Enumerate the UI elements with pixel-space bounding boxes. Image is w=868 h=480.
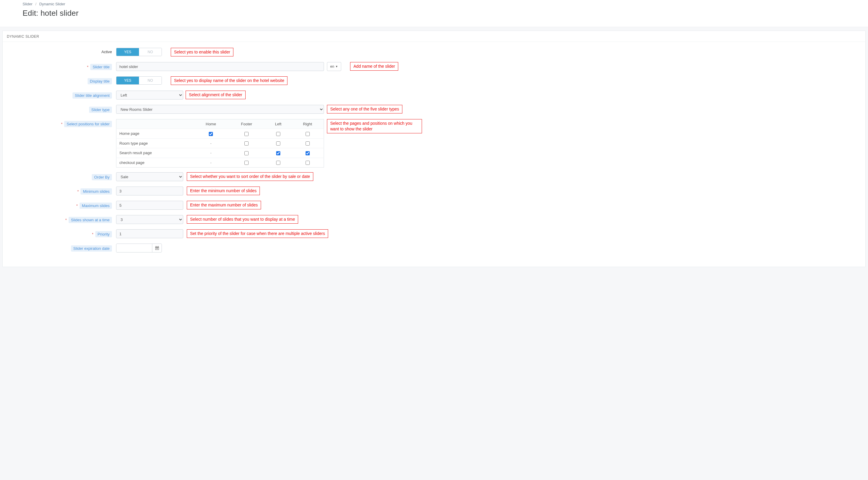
label-positions: Select positions for slider [64,121,112,127]
positions-table: Home Footer Left Right Home pageRoom typ… [116,119,324,168]
label-max-slides: Maximum slides [80,203,112,209]
positions-row-name: Home page [116,129,194,139]
positions-cell [291,129,324,139]
required-marker: * [65,218,67,222]
table-row: Home page [116,129,324,139]
positions-checkbox[interactable] [276,132,280,136]
positions-row-name: Search result page [116,148,194,158]
display-title-no[interactable]: NO [139,77,161,84]
positions-checkbox[interactable] [306,151,310,155]
positions-cell [194,129,228,139]
page-title: Edit: hotel slider [23,9,845,18]
label-display-title: Display title [88,78,112,84]
min-slides-input[interactable] [116,186,183,196]
breadcrumb-leaf: Dynamic Slider [39,2,65,6]
dash-icon: - [210,151,211,155]
label-min-slides: Minimum slides [81,188,112,194]
positions-checkbox[interactable] [276,161,280,165]
hint-max-slides: Enter the maximum number of slides [187,201,261,209]
hint-min-slides: Enter the minimum number of slides [187,186,260,195]
positions-cell-dash: - [194,148,228,158]
display-title-yes[interactable]: YES [116,77,139,84]
active-toggle[interactable]: YES NO [116,48,162,56]
positions-col-right: Right [291,119,324,129]
caret-down-icon: ▼ [335,65,338,68]
positions-cell [265,139,291,148]
breadcrumb: Slider / Dynamic Slider [23,2,845,6]
positions-cell [291,148,324,158]
positions-col-footer: Footer [228,119,265,129]
dash-icon: - [210,141,211,146]
lang-dropdown[interactable]: en ▼ [327,62,341,71]
positions-checkbox[interactable] [276,151,280,155]
label-order-by: Order By [92,174,112,180]
panel-title: DYNAMIC SLIDER [3,31,865,42]
positions-checkbox[interactable] [306,141,310,146]
positions-col-page [116,119,194,129]
dash-icon: - [210,160,211,165]
positions-col-left: Left [265,119,291,129]
label-active: Active [101,50,112,54]
required-marker: * [76,204,78,208]
expiration-input[interactable] [116,244,152,252]
hint-active: Select yes to enable this slider [171,48,234,56]
positions-checkbox[interactable] [209,132,213,136]
slides-at-time-select[interactable]: 3 [116,215,183,224]
active-no[interactable]: NO [139,48,161,56]
positions-cell [228,158,265,168]
breadcrumb-sep: / [34,2,38,6]
hint-slider-type: Select any one of the five slider types [327,105,402,114]
slider-type-select[interactable]: New Rooms Slider [116,105,324,114]
calendar-icon [155,246,159,250]
hint-display-title: Select yes to display name of the slider… [171,76,287,85]
positions-cell [228,139,265,148]
panel-dynamic-slider: DYNAMIC SLIDER Active YES NO Select yes … [2,31,866,267]
max-slides-input[interactable] [116,201,183,210]
breadcrumb-root[interactable]: Slider [23,2,32,6]
positions-cell [228,148,265,158]
hint-priority: Set the priority of the slider for case … [187,229,328,238]
hint-slides-at-time: Select number of slides that you want to… [187,215,298,224]
label-expiration: Slider expiration date [71,245,112,251]
positions-checkbox[interactable] [306,161,310,165]
priority-input[interactable] [116,229,183,238]
label-slides-at-time: Slides shown at a time [69,217,112,223]
positions-checkbox[interactable] [244,151,249,155]
positions-col-home: Home [194,119,228,129]
positions-checkbox[interactable] [244,141,249,146]
positions-row-name: checkout page [116,158,194,168]
required-marker: * [87,65,89,69]
positions-cell [265,148,291,158]
positions-cell [228,129,265,139]
table-row: checkout page- [116,158,324,168]
table-row: Room type page- [116,139,324,148]
positions-cell [265,158,291,168]
positions-checkbox[interactable] [276,141,280,146]
table-row: Search result page- [116,148,324,158]
positions-checkbox[interactable] [244,132,249,136]
active-yes[interactable]: YES [116,48,139,56]
order-by-select[interactable]: Sale [116,172,183,181]
positions-cell-dash: - [194,158,228,168]
expiration-calendar-button[interactable] [152,244,161,252]
required-marker: * [92,232,93,236]
slider-title-input[interactable] [116,62,324,71]
hint-title-align: Select alignment of the slider [186,91,246,99]
positions-cell-dash: - [194,139,228,148]
required-marker: * [61,122,62,126]
required-marker: * [77,189,79,194]
display-title-toggle[interactable]: YES NO [116,76,162,85]
hint-slider-title: Add name of the slider [350,62,398,71]
positions-cell [291,139,324,148]
positions-checkbox[interactable] [244,161,249,165]
positions-cell [265,129,291,139]
label-title-align: Slider title alignment [72,92,112,99]
positions-row-name: Room type page [116,139,194,148]
label-slider-title: Slider title [90,64,112,70]
hint-order-by: Select whether you want to sort order of… [187,172,313,181]
positions-cell [291,158,324,168]
label-slider-type: Slider type [89,107,112,113]
positions-checkbox[interactable] [306,132,310,136]
lang-value: en [330,64,334,69]
title-align-select[interactable]: Left [116,91,183,99]
